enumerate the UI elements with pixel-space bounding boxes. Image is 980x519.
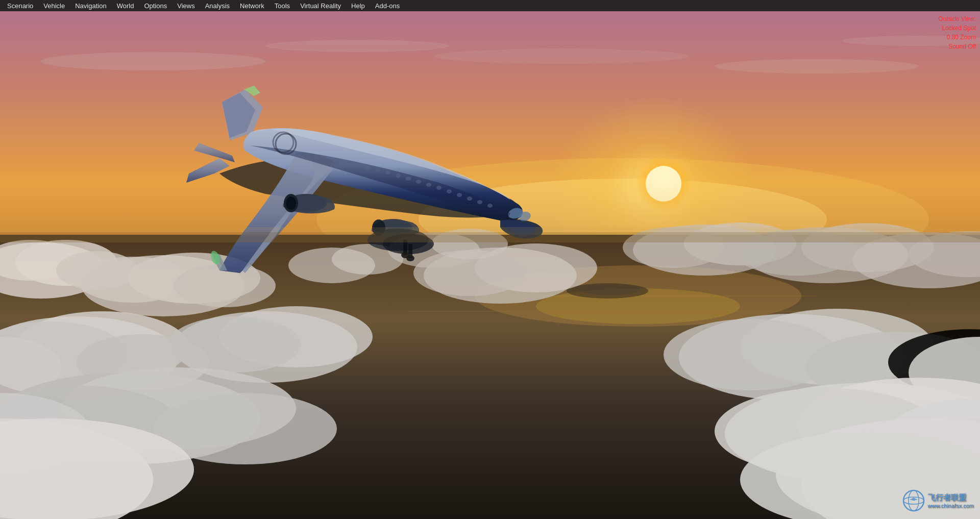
menu-vehicle[interactable]: Vehicle bbox=[38, 1, 70, 11]
menu-views[interactable]: Views bbox=[172, 1, 200, 11]
status-line-1: Outside View: bbox=[938, 14, 976, 23]
svg-point-9 bbox=[434, 48, 689, 64]
svg-point-28 bbox=[77, 257, 189, 303]
svg-point-84 bbox=[406, 255, 414, 261]
watermark-url: www.chinafsx.com bbox=[928, 503, 974, 509]
svg-point-7 bbox=[41, 52, 265, 70]
svg-rect-102 bbox=[0, 232, 980, 242]
menu-addons[interactable]: Add-ons bbox=[370, 1, 405, 11]
menu-tools[interactable]: Tools bbox=[270, 1, 295, 11]
menu-scenario[interactable]: Scenario bbox=[2, 1, 38, 11]
menu-options[interactable]: Options bbox=[139, 1, 172, 11]
menu-vr[interactable]: Virtual Reality bbox=[295, 1, 346, 11]
svg-point-21 bbox=[579, 285, 641, 295]
menubar[interactable]: Scenario Vehicle Navigation World Option… bbox=[0, 0, 980, 11]
svg-point-56 bbox=[664, 319, 837, 390]
menu-analysis[interactable]: Analysis bbox=[200, 1, 235, 11]
svg-point-10 bbox=[715, 59, 919, 73]
watermark-brand: 飞行者联盟 bbox=[928, 493, 974, 503]
status-overlay: Outside View: Locked Spot 0.80 Zoom Soun… bbox=[938, 14, 976, 51]
status-line-2: Locked Spot bbox=[938, 23, 976, 33]
watermark-logo-icon bbox=[902, 489, 925, 512]
svg-point-37 bbox=[168, 316, 301, 373]
status-line-3: 0.80 Zoom bbox=[938, 33, 976, 42]
svg-point-75 bbox=[286, 196, 296, 210]
menu-network[interactable]: Network bbox=[235, 1, 270, 11]
menu-help[interactable]: Help bbox=[346, 1, 370, 11]
flight-scene bbox=[0, 0, 980, 519]
watermark: 飞行者联盟 www.chinafsx.com bbox=[902, 489, 974, 512]
status-line-4: Sound Off bbox=[938, 42, 976, 51]
svg-point-8 bbox=[265, 40, 449, 52]
menu-navigation[interactable]: Navigation bbox=[70, 1, 111, 11]
menu-world[interactable]: World bbox=[112, 1, 139, 11]
